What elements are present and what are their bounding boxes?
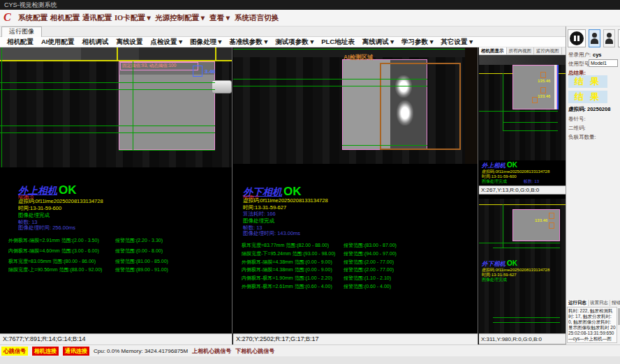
measurement-row: 隔膜宽度-下=95.24mm 范围:(93.00 - 98.00) <box>242 250 335 257</box>
process-done: 图像处理完成 <box>482 278 507 282</box>
comm-link-badge: 通讯连接 <box>63 347 89 356</box>
camera-view-lower: AI检测区域 外下相机OK NG数:0 虚拟码:0f11ime202502081… <box>233 47 478 344</box>
tab-count-label: 负极耳数量: <box>568 134 596 141</box>
camera-lower-image[interactable]: AI检测区域 <box>233 47 478 164</box>
preview-tab-camera-image[interactable]: 相机图显示 <box>479 47 507 54</box>
tool-spotcheck[interactable]: 点检设置 ▾ <box>151 38 182 47</box>
camera-status: OK <box>507 161 517 169</box>
menu-view[interactable]: 查看 ▾ <box>209 10 230 26</box>
log-tab-run[interactable]: 运行日志 <box>567 300 589 306</box>
virtual-code: 虚拟码:0f11ime20250208133134728 <box>482 169 549 174</box>
capture-time: 时间:13-31-59-600 <box>482 174 517 179</box>
menu-language-switch[interactable]: 系统语言切换 <box>235 10 279 26</box>
camera-upper-image[interactable]: 固定阈值:93, 动态阈值:100 3.46 <box>0 47 232 167</box>
preview-upper-text: 外上相机OK 虚拟码:0f11ime20250208133134728 时间:1… <box>479 160 566 185</box>
camera-name-text: 外上相机 <box>482 162 505 169</box>
camera-view-upper: 固定阈值:93, 动态阈值:100 3.46 外上相机OK NG数:0 虚拟码:… <box>0 47 232 344</box>
machine-band <box>479 55 566 65</box>
log-content: 耗时: 222, 触发检测耗时: 17, 触发分发耗时: 0, 触发图像分发耗时… <box>567 307 617 343</box>
tool-offline-setting[interactable]: 离线设置 <box>117 38 143 47</box>
measurement-row: 极耳宽度=83.77mm 范围:(82.00 - 88.00) <box>242 242 329 249</box>
menu-system-config[interactable]: 系统配置 <box>18 10 47 26</box>
tool-learn-params[interactable]: 学习参数 ▾ <box>401 38 433 47</box>
ai-detection-label: AI检测区域 <box>344 54 374 62</box>
green-measure-line <box>493 317 560 318</box>
tab-run-image[interactable]: 运行图像 <box>1 26 42 37</box>
camera-name-text: 外下相机 <box>482 260 505 267</box>
measurement-row: 外侧极耳-隔膜=4.38mm 范围:(0.00 - 9.00) <box>242 259 332 266</box>
green-measure-line <box>342 145 427 146</box>
green-measure-vline <box>133 61 133 150</box>
orange-marker-rect <box>549 213 554 219</box>
camera-lower-status: OK <box>283 185 302 199</box>
blue-measure-label: 3.46 <box>205 68 216 75</box>
tool-camera-config[interactable]: 相机配置 <box>7 38 34 47</box>
menu-light-config[interactable]: 光源控制配置 ▾ <box>155 10 205 26</box>
cell-white-edge <box>554 65 556 109</box>
process-done: 图像处理完成 <box>482 179 507 184</box>
green-measure-line <box>479 243 560 243</box>
alarm-range: 报警范围:(89.00 - 91.00) <box>115 266 168 273</box>
orange-marker-rect <box>540 87 546 93</box>
menu-io-config[interactable]: IO卡配置 ▾ <box>115 10 151 26</box>
login-user-value: cys <box>593 52 602 58</box>
green-measure-line <box>0 126 215 126</box>
tool-plc-table[interactable]: PLC地址表 <box>321 38 355 47</box>
measurement-row: 内侧极耳-隔膜=4.38mm 范围:(0.00 - 9.00) <box>242 266 332 273</box>
measurement-row: 内侧极耳-隔膜=4.60mm 范围:(3.00 - 6.00) <box>8 248 99 255</box>
window-title: CYS-视觉检测系统 <box>4 1 57 8</box>
green-measure-line <box>493 322 560 323</box>
log-tab-setup[interactable]: 设置日志 <box>589 300 610 306</box>
model-select[interactable]: Model1 <box>589 59 618 67</box>
pause-button[interactable] <box>568 29 586 47</box>
green-measure-line <box>233 79 427 79</box>
menubar: C 系统配置 相机配置 通讯配置 IO卡配置 ▾ 光源控制配置 ▾ 查看 ▾ 系… <box>0 10 620 26</box>
qrcode-label: 二维码: <box>568 125 586 132</box>
orange-marker-rect <box>540 72 546 78</box>
green-measure-line <box>503 122 558 123</box>
tool-test-params[interactable]: 测试项参数 ▾ <box>275 38 313 47</box>
heartbeat-badge: 心跳信号 <box>1 347 28 356</box>
yellow-baseline <box>479 204 566 205</box>
blue-edge-line <box>557 65 559 109</box>
result-badge-lower: 结 果 <box>568 91 607 103</box>
preview-column: 相机图显示 所有内视图 监控内视图 135.46 133.46 外上相机OK 虚… <box>479 47 566 344</box>
tool-baseline-params[interactable]: 基准线参数 ▾ <box>229 38 267 47</box>
green-top-line <box>233 49 478 50</box>
tool-ai-config[interactable]: AI使用配置 <box>41 38 75 47</box>
login-user-label: 登录用户: <box>568 52 591 59</box>
vcode-value: 20250208 <box>587 106 610 112</box>
preview-tab-all-views[interactable]: 所有内视图 <box>507 47 535 54</box>
preview-upper-image[interactable]: 135.46 133.46 <box>479 55 566 160</box>
log-tab-error[interactable]: 报错日志 <box>610 300 620 306</box>
alarm-range: 报警范围:(1.10 - 2.10) <box>344 275 391 282</box>
measurement-row: 外侧极耳-极耳=2.61mm 范围:(0.60 - 4.00) <box>242 283 332 290</box>
switch-user-button[interactable] <box>603 29 615 47</box>
window-bottom-strip <box>0 356 620 364</box>
current-user-button[interactable] <box>589 29 600 47</box>
menu-comm-config[interactable]: 通讯配置 <box>82 10 112 26</box>
green-edge-vline <box>1 47 2 167</box>
measure-label: 133.46 <box>535 218 547 222</box>
preview-lower-image[interactable]: 133.46 外下相机OK 虚拟码:0f11ime202502081331347… <box>479 199 566 333</box>
tool-image-process[interactable]: 图像处理 ▾ <box>190 38 221 47</box>
model-label: 使用型号: <box>568 61 591 68</box>
vcode-label: 虚拟码: <box>568 106 586 113</box>
tab-strip: 运行图像 <box>0 26 620 37</box>
tool-other-settings[interactable]: 其它设置 ▾ <box>441 38 473 47</box>
virtual-code: 虚拟码:0f11ime20250208133134728 <box>243 197 328 204</box>
threshold-label: 固定阈值:93, 动态阈值:100 <box>122 63 176 69</box>
tool-camera-debug[interactable]: 相机调试 <box>82 38 109 47</box>
pixel-coordinates-bar: X:267,Y:13,R:0,G:0,B:0 <box>479 185 566 195</box>
orange-marker-rect <box>532 97 538 103</box>
green-measure-vline <box>503 73 503 130</box>
measurement-row: 内侧极耳-极耳=1.90mm 范围:(1.00 - 2.20) <box>242 275 332 282</box>
measurement-row: 极耳宽度=83.05mm 范围:(80.00 - 86.00) <box>8 258 96 265</box>
machine-dark-strip <box>465 47 478 164</box>
tool-offline-debug[interactable]: 离线调试 ▾ <box>362 38 394 47</box>
preview-tab-strip: 相机图显示 所有内视图 监控内视图 <box>479 47 566 55</box>
menu-camera-config[interactable]: 相机配置 <box>50 10 80 26</box>
alarm-range: 报警范围:(2.00 - 77.00) <box>344 259 394 266</box>
preview-tab-monitor-views[interactable]: 监控内视图 <box>534 47 562 54</box>
result-badge-upper: 结 果 <box>568 75 607 88</box>
